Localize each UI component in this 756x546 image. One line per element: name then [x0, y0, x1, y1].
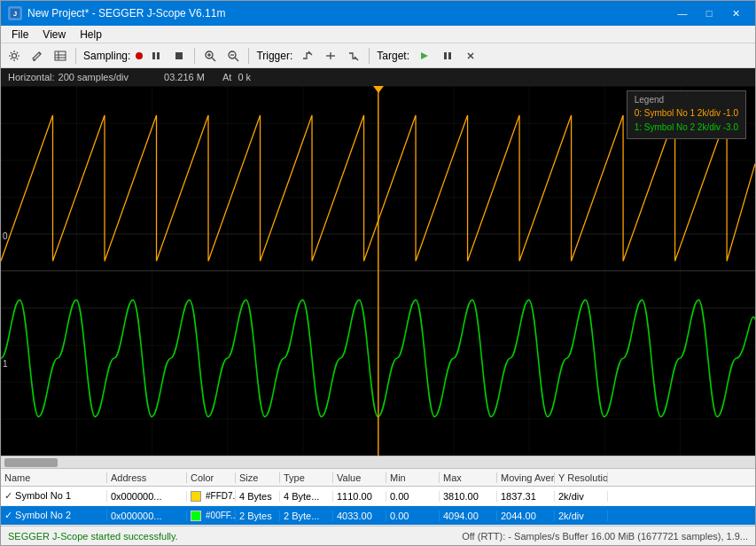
minimize-button[interactable]: —	[670, 4, 695, 22]
horizontal-scrollbar[interactable]	[1, 456, 755, 468]
window-controls: — □ ✕	[670, 4, 748, 22]
row1-min: 0.00	[386, 491, 440, 502]
row2-address: 0x000000...	[107, 511, 187, 521]
title-bar-left: J New Project* - SEGGER J-Scope V6.11m	[8, 6, 225, 20]
row1-moving-avg: 1837.31	[497, 491, 555, 502]
legend-box: Legend 0: Symbol No 1 2k/div -1.0 1: Sym…	[627, 90, 746, 139]
svg-rect-10	[175, 52, 183, 59]
row2-moving-avg: 2044.00	[497, 511, 555, 521]
main-window: J New Project* - SEGGER J-Scope V6.11m —…	[0, 0, 756, 546]
target-label: Target:	[375, 50, 411, 62]
zoom-in-button[interactable]	[200, 46, 220, 66]
toolbar: Sampling:	[1, 43, 755, 68]
horizontal-label: Horizontal:	[8, 72, 55, 82]
title-bar: J New Project* - SEGGER J-Scope V6.11m —…	[1, 1, 755, 26]
col-type: Type	[280, 472, 333, 483]
row1-color-swatch	[191, 491, 201, 502]
table-row[interactable]: ✓ Symbol No 1 0x000000... #FFD7... 4 Byt…	[1, 487, 755, 506]
trigger-rising-button[interactable]	[298, 46, 317, 66]
cursor-line	[378, 86, 378, 456]
legend-item-0: 0: Symbol No 1 2k/div -1.0	[635, 106, 738, 121]
oscilloscope-display[interactable]: Horizontal: 200 samples/div 03.216 M At …	[1, 68, 755, 456]
svg-rect-25	[444, 52, 447, 59]
zero-marker: 0	[3, 231, 8, 241]
main-content: Horizontal: 200 samples/div 03.216 M At …	[1, 68, 755, 545]
status-right: Off (RTT): - Samples/s Buffer 16.00 MiB …	[462, 531, 748, 542]
row1-name: ✓ Symbol No 1	[1, 490, 107, 502]
row1-check: ✓	[4, 490, 15, 501]
row2-max: 4094.00	[440, 511, 497, 521]
row1-color: #FFD7...	[187, 490, 236, 502]
svg-line-12	[212, 58, 215, 61]
status-bar: SEGGER J-Scope started successfully. Off…	[1, 526, 755, 545]
menu-help[interactable]: Help	[73, 27, 109, 43]
col-name: Name	[1, 472, 107, 483]
row2-color-swatch	[191, 511, 201, 521]
separator-4	[369, 48, 370, 64]
col-y-resolution: Y Resolutio...	[555, 472, 608, 483]
svg-line-16	[235, 58, 238, 61]
one-marker: 1	[3, 359, 8, 369]
svg-point-2	[12, 53, 17, 58]
col-moving-avg: Moving Aver...	[497, 472, 555, 483]
trigger-set-button[interactable]	[321, 46, 340, 66]
table-button[interactable]	[51, 46, 70, 66]
svg-rect-4	[55, 51, 66, 60]
cursor-triangle	[373, 86, 384, 93]
separator-2	[194, 48, 195, 64]
target-play-button[interactable]	[415, 46, 434, 66]
horizontal-value: 200 samples/div	[58, 72, 129, 82]
record-indicator	[136, 52, 143, 59]
app-icon: J	[8, 6, 22, 20]
at-info: At 0 k	[222, 72, 251, 82]
menu-view[interactable]: View	[35, 27, 73, 43]
edit-button[interactable]	[27, 46, 47, 66]
svg-rect-8	[152, 52, 155, 59]
row2-size: 2 Bytes	[236, 511, 280, 521]
row2-min: 0.00	[386, 511, 440, 521]
svg-line-19	[310, 53, 312, 55]
row2-color: #00FF...	[187, 510, 236, 521]
col-max: Max	[440, 472, 497, 483]
row2-name: ✓ Symbol No 2	[1, 510, 107, 521]
table-header: Name Address Color Size Type Value Min M…	[1, 469, 755, 487]
row1-type: 4 Byte...	[280, 491, 333, 502]
close-button[interactable]: ✕	[723, 4, 748, 22]
maximize-button[interactable]: □	[697, 4, 721, 22]
window-title: New Project* - SEGGER J-Scope V6.11m	[27, 7, 225, 20]
svg-rect-9	[157, 52, 160, 59]
table-row[interactable]: ✓ Symbol No 2 0x000000... #00FF... 2 Byt…	[1, 506, 755, 526]
stop-button[interactable]	[169, 46, 189, 66]
row1-value: 1110.00	[333, 491, 386, 502]
svg-marker-24	[421, 52, 428, 59]
pause-button[interactable]	[146, 46, 166, 66]
svg-rect-26	[448, 52, 451, 59]
row1-size: 4 Bytes	[236, 491, 280, 502]
row2-type: 2 Byte...	[280, 511, 333, 521]
menu-file[interactable]: File	[4, 27, 35, 43]
zoom-out-button[interactable]	[223, 46, 243, 66]
settings-button[interactable]	[4, 46, 24, 66]
row2-value: 4033.00	[333, 511, 386, 521]
legend-item-1: 1: Symbol No 2 2k/div -3.0	[635, 121, 738, 135]
row2-check: ✓	[4, 510, 15, 520]
legend-title: Legend	[635, 95, 738, 105]
svg-line-23	[356, 58, 358, 60]
col-value: Value	[333, 472, 386, 483]
row1-y-resolution: 2k/div	[555, 491, 608, 502]
col-min: Min	[386, 472, 440, 483]
svg-text:J: J	[13, 10, 17, 18]
menu-bar: File View Help	[1, 26, 755, 43]
col-color: Color	[187, 472, 236, 483]
row1-max: 3810.00	[440, 491, 497, 502]
separator-1	[75, 48, 76, 64]
trigger-label: Trigger:	[254, 50, 294, 62]
target-stop-button[interactable]	[461, 46, 480, 66]
cursor-value: 03.216 M	[164, 72, 205, 82]
scrollbar-thumb[interactable]	[4, 458, 58, 467]
col-address: Address	[107, 472, 187, 483]
separator-3	[248, 48, 249, 64]
scope-header: Horizontal: 200 samples/div 03.216 M At …	[1, 68, 755, 86]
target-pause-button[interactable]	[438, 46, 457, 66]
trigger-reset-button[interactable]	[344, 46, 363, 66]
